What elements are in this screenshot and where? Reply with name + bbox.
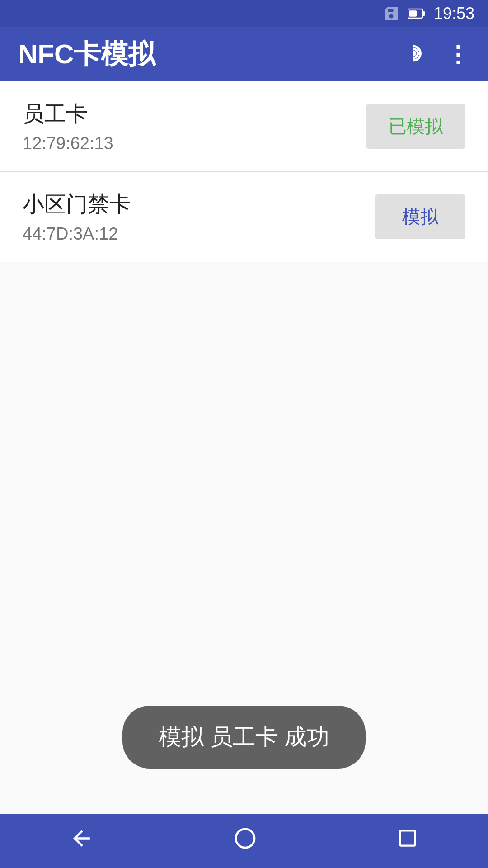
nav-back-button[interactable] (42, 817, 121, 865)
status-time: 19:53 (434, 4, 474, 23)
empty-area (0, 262, 488, 679)
nav-home-button[interactable] (206, 817, 285, 865)
nav-bar (0, 814, 488, 868)
toast-message: 模拟 员工卡 成功 (122, 706, 366, 769)
simulate-button-gate[interactable]: 模拟 (375, 194, 465, 239)
card-item-employee: 员工卡 12:79:62:13 已模拟 (0, 81, 488, 172)
status-bar: 19:53 (0, 0, 488, 27)
nfc-icon[interactable] (401, 42, 428, 66)
svg-point-3 (236, 829, 254, 847)
card-id-gate: 44:7D:3A:12 (23, 224, 131, 244)
nav-recent-button[interactable] (369, 818, 446, 864)
status-icons: 19:53 (383, 4, 474, 23)
card-info-gate: 小区门禁卡 44:7D:3A:12 (23, 190, 131, 244)
toast-container: 模拟 员工卡 成功 (0, 679, 488, 814)
simulate-button-employee[interactable]: 已模拟 (366, 104, 465, 149)
battery-icon (408, 7, 426, 20)
card-name-employee: 员工卡 (23, 99, 113, 128)
card-id-employee: 12:79:62:13 (23, 134, 113, 153)
svg-rect-2 (409, 10, 417, 16)
sim-icon (383, 5, 399, 22)
card-name-gate: 小区门禁卡 (23, 190, 131, 219)
svg-rect-4 (400, 830, 415, 845)
card-info-employee: 员工卡 12:79:62:13 (23, 99, 113, 153)
app-title: NFC卡模拟 (18, 36, 155, 73)
svg-rect-1 (422, 11, 425, 16)
toolbar: NFC卡模拟 ⋮ (0, 27, 488, 81)
main-content: 员工卡 12:79:62:13 已模拟 小区门禁卡 44:7D:3A:12 模拟… (0, 81, 488, 814)
toolbar-actions: ⋮ (401, 41, 470, 67)
overflow-menu-icon[interactable]: ⋮ (446, 41, 470, 67)
card-item-gate: 小区门禁卡 44:7D:3A:12 模拟 (0, 172, 488, 262)
